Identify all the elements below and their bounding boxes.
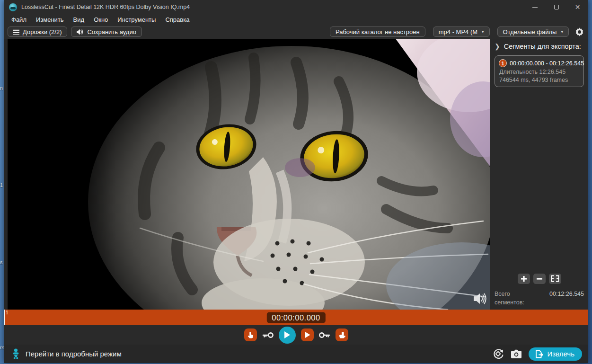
minimize-icon bbox=[532, 7, 538, 8]
advanced-mode-label: Перейти в подробный режим bbox=[26, 350, 122, 358]
baby-icon bbox=[11, 348, 20, 359]
key-right-icon bbox=[319, 332, 330, 338]
desktop-label-fragment: 1 bbox=[0, 182, 4, 188]
mute-toggle[interactable] bbox=[473, 293, 487, 305]
export-button[interactable]: Извлечь bbox=[529, 347, 582, 361]
video-preview[interactable] bbox=[8, 39, 490, 310]
minus-icon bbox=[536, 275, 543, 283]
rotation-button[interactable] bbox=[493, 348, 504, 360]
tracks-button[interactable]: Дорожки (2/2) bbox=[8, 27, 67, 37]
timeline[interactable]: 1 00:00:00.000 bbox=[4, 310, 588, 325]
chevron-down-icon: ▾ bbox=[561, 29, 563, 34]
transport-controls bbox=[4, 325, 588, 345]
play-icon bbox=[304, 331, 310, 338]
keep-audio-label: Сохранить аудио bbox=[87, 28, 136, 36]
segment-number-badge: 1 bbox=[499, 59, 507, 67]
close-button[interactable]: ✕ bbox=[567, 0, 588, 14]
advanced-mode-toggle[interactable]: Перейти в подробный режим bbox=[11, 348, 122, 359]
play-segment-button[interactable] bbox=[301, 328, 314, 341]
speaker-icon bbox=[77, 29, 84, 35]
menu-tools[interactable]: Инструменты bbox=[117, 16, 156, 23]
maximize-icon bbox=[554, 5, 559, 9]
hand-point-up-icon bbox=[338, 331, 345, 339]
jump-cut-start-button[interactable] bbox=[244, 328, 257, 341]
current-time-display[interactable]: 00:00:00.000 bbox=[266, 312, 325, 323]
minimize-button[interactable] bbox=[524, 0, 546, 14]
desktop-label-fragment: s bbox=[0, 259, 4, 265]
file-export-icon bbox=[535, 350, 543, 358]
keep-audio-button[interactable]: Сохранить аудио bbox=[71, 27, 141, 37]
app-logo-icon bbox=[9, 3, 17, 11]
title-bar: LosslessCut - Finest Detail 12K HDR 60fp… bbox=[4, 0, 588, 14]
menu-file[interactable]: Файл bbox=[11, 16, 27, 23]
window-title: LosslessCut - Finest Detail 12K HDR 60fp… bbox=[21, 4, 190, 10]
settings-button[interactable] bbox=[574, 27, 584, 37]
total-segments-label: Всего сегментов: bbox=[495, 290, 532, 307]
seek-previous-keyframe-button[interactable] bbox=[262, 332, 274, 338]
close-icon: ✕ bbox=[575, 4, 581, 10]
toolbar: Дорожки (2/2) Сохранить аудио Рабочий ка… bbox=[4, 25, 588, 39]
jump-cut-end-button[interactable] bbox=[336, 328, 348, 341]
play-pause-button[interactable] bbox=[279, 327, 296, 344]
desktop-label-fragment: rs bbox=[0, 345, 4, 350]
segment-card[interactable]: 1 00:00:00.000 - 00:12:26.545 Длительнос… bbox=[495, 55, 584, 87]
export-mode-value: Отдельные файлы bbox=[503, 28, 557, 36]
tracks-label: Дорожки (2/2) bbox=[23, 28, 62, 36]
segment-time-range: 00:00:00.000 - 00:12:26.545 bbox=[510, 60, 584, 67]
footer-bar: Перейти в подробный режим bbox=[4, 345, 588, 363]
hand-point-up-icon bbox=[247, 331, 254, 339]
segment-details: 746544 ms, 44793 frames bbox=[499, 77, 580, 83]
key-left-icon bbox=[262, 332, 274, 338]
menu-window[interactable]: Окно bbox=[94, 16, 108, 23]
camera-icon bbox=[511, 349, 522, 359]
output-format-value: mp4 - MP4 (M bbox=[439, 28, 477, 36]
tracks-list-icon bbox=[13, 29, 19, 35]
working-dir-button[interactable]: Рабочий каталог не настроен bbox=[330, 27, 425, 37]
volume-icon bbox=[473, 293, 487, 305]
split-segment-button[interactable] bbox=[549, 274, 561, 284]
segments-sidebar: ❯ Сегменты для экспорта: 1 00:00:00.000 … bbox=[490, 39, 588, 310]
seek-next-keyframe-button[interactable] bbox=[319, 332, 330, 338]
desktop-label-fragment: n bbox=[0, 85, 4, 91]
menu-bar: Файл Изменить Вид Окно Инструменты Справ… bbox=[4, 14, 588, 25]
rotate-ccw-icon bbox=[493, 348, 504, 360]
timeline-segment-label: 1 bbox=[6, 310, 9, 315]
menu-view[interactable]: Вид bbox=[73, 16, 85, 23]
remove-segment-button[interactable] bbox=[533, 274, 546, 284]
collapse-sidebar-chevron[interactable]: ❯ bbox=[495, 43, 500, 50]
export-label: Извлечь bbox=[547, 350, 574, 358]
add-segment-button[interactable] bbox=[518, 274, 530, 284]
gear-icon bbox=[574, 27, 584, 37]
maximize-button[interactable] bbox=[546, 0, 567, 14]
plus-icon bbox=[520, 275, 528, 283]
chevron-down-icon: ▾ bbox=[482, 29, 484, 34]
segments-header: Сегменты для экспорта: bbox=[504, 43, 581, 50]
split-cells-icon bbox=[551, 275, 559, 282]
working-dir-label: Рабочий каталог не настроен bbox=[336, 28, 420, 36]
menu-edit[interactable]: Изменить bbox=[36, 16, 64, 23]
total-segments-value: 00:12:26.545 bbox=[549, 290, 584, 307]
play-icon bbox=[283, 331, 291, 339]
segment-duration: Длительность 12:26.545 bbox=[499, 69, 580, 75]
menu-help[interactable]: Справка bbox=[165, 16, 189, 23]
export-mode-select[interactable]: Отдельные файлы ▾ bbox=[497, 27, 569, 37]
app-window: LosslessCut - Finest Detail 12K HDR 60fp… bbox=[4, 0, 588, 363]
screenshot-button[interactable] bbox=[511, 349, 522, 359]
main-content: ❯ Сегменты для экспорта: 1 00:00:00.000 … bbox=[4, 39, 588, 310]
playhead[interactable] bbox=[4, 310, 5, 325]
video-frame-cat bbox=[8, 39, 490, 310]
output-format-select[interactable]: mp4 - MP4 (M ▾ bbox=[433, 27, 490, 37]
